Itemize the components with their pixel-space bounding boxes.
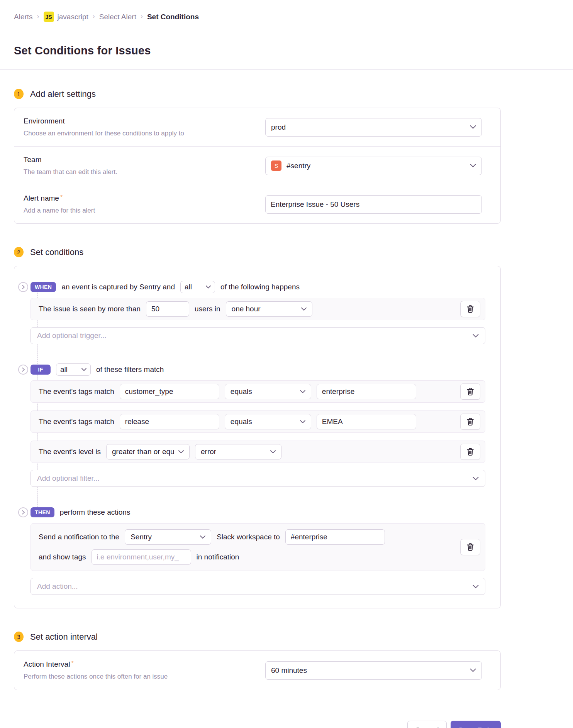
trash-icon <box>467 448 474 456</box>
delete-filter-button[interactable] <box>460 383 480 400</box>
footer-actions: Cancel Save Rule <box>14 712 501 728</box>
filter-row: The event's tags match equals <box>31 380 485 403</box>
when-section: WHEN an event is captured by Sentry and … <box>31 281 485 344</box>
when-badge: WHEN <box>31 282 56 292</box>
environment-label: Environment <box>24 117 184 125</box>
add-action-select[interactable]: Add action... <box>31 578 485 595</box>
if-match-value: all <box>60 365 68 374</box>
delete-trigger-button[interactable] <box>460 301 480 317</box>
delete-filter-button[interactable] <box>460 414 480 430</box>
section-title: Add alert settings <box>30 89 96 99</box>
if-text-after: of these filters match <box>96 365 164 374</box>
action-interval-label: Action Interval* <box>24 660 168 669</box>
add-trigger-select[interactable]: Add optional trigger... <box>31 327 485 344</box>
section-title: Set conditions <box>30 247 83 257</box>
breadcrumb-select-alert[interactable]: Select Alert <box>99 13 136 21</box>
chevron-down-icon <box>473 334 479 338</box>
filter-row: The event's level is greater than or equ… <box>31 441 485 463</box>
breadcrumb-set-conditions: Set Conditions <box>147 13 199 21</box>
step-1-badge: 1 <box>14 89 24 99</box>
javascript-platform-icon: JS <box>44 12 54 22</box>
action-interval-select[interactable]: 60 minutes <box>265 661 482 680</box>
breadcrumb-alerts[interactable]: Alerts <box>14 13 33 21</box>
save-rule-button[interactable]: Save Rule <box>451 721 501 728</box>
team-avatar: S <box>271 160 281 171</box>
level-operator-value: greater than or equ <box>112 448 175 456</box>
tag-value-input[interactable] <box>317 414 416 429</box>
team-row: Team The team that can edit this alert. … <box>14 147 500 185</box>
operator-select[interactable]: equals <box>225 384 311 399</box>
channel-input[interactable] <box>285 529 385 545</box>
required-marker: * <box>71 660 73 667</box>
tag-value-input[interactable] <box>317 384 416 399</box>
if-header: IF all of these filters match <box>31 363 485 376</box>
when-header: WHEN an event is captured by Sentry and … <box>31 281 485 293</box>
environment-row: Environment Choose an environment for th… <box>14 108 500 147</box>
breadcrumb-project-label: javascript <box>58 13 88 21</box>
when-match-select[interactable]: all <box>180 281 215 293</box>
section-title: Set action interval <box>30 632 98 642</box>
alert-name-input[interactable] <box>265 195 482 214</box>
workspace-value: Sentry <box>131 533 152 541</box>
level-operator-select[interactable]: greater than or equ <box>106 444 190 459</box>
delete-action-button[interactable] <box>460 539 480 555</box>
chevron-down-icon <box>206 285 211 289</box>
chevron-down-icon <box>200 535 205 539</box>
header-divider <box>0 69 573 70</box>
add-filter-select[interactable]: Add optional filter... <box>31 470 485 487</box>
when-rule-row: The issue is seen by more than users in … <box>31 298 485 320</box>
trash-icon <box>467 388 474 395</box>
level-value-select[interactable]: error <box>195 444 281 459</box>
expand-chevron-icon[interactable] <box>18 507 28 517</box>
if-match-select[interactable]: all <box>56 363 91 376</box>
conditions-panel: WHEN an event is captured by Sentry and … <box>14 266 501 608</box>
step-3-badge: 3 <box>14 632 24 642</box>
section-set-action-interval: 3 Set action interval <box>14 632 501 642</box>
if-section: IF all of these filters match The event'… <box>31 363 485 487</box>
expand-chevron-icon[interactable] <box>18 282 28 292</box>
page-title: Set Conditions for Issues <box>14 44 573 57</box>
environment-select-value: prod <box>271 123 286 132</box>
alert-name-label: Alert name* <box>24 194 95 203</box>
chevron-down-icon <box>81 368 86 371</box>
operator-select[interactable]: equals <box>225 414 311 429</box>
chevron-down-icon <box>178 450 184 453</box>
interval-select[interactable]: one hour <box>226 301 312 317</box>
then-section: THEN perform these actions Send a notifi… <box>31 506 485 595</box>
trash-icon <box>467 305 474 313</box>
trash-icon <box>467 543 474 551</box>
delete-filter-button[interactable] <box>460 444 480 460</box>
rule-text: users in <box>195 305 220 313</box>
environment-description: Choose an environment for these conditio… <box>24 130 184 137</box>
cancel-button[interactable]: Cancel <box>407 721 447 728</box>
tag-key-input[interactable] <box>120 414 219 429</box>
section-add-alert-settings: 1 Add alert settings <box>14 89 501 99</box>
chevron-down-icon <box>270 450 276 453</box>
when-text-after: of the following happens <box>220 283 300 291</box>
environment-select[interactable]: prod <box>265 118 482 137</box>
action-interval-value: 60 minutes <box>271 666 307 675</box>
alert-name-row: Alert name* Add a name for this alert <box>14 185 500 223</box>
user-count-input[interactable] <box>146 301 189 317</box>
filter-row: The event's tags match equals <box>31 410 485 433</box>
tags-input[interactable] <box>92 549 191 565</box>
chevron-down-icon <box>473 477 479 480</box>
if-badge: IF <box>31 365 51 375</box>
tag-key-input[interactable] <box>120 384 219 399</box>
action-interval-row: Action Interval* Perform these actions o… <box>14 651 500 690</box>
filter-text: The event's tags match <box>39 387 114 396</box>
action-text: and show tags <box>39 553 86 561</box>
interval-value: one hour <box>232 305 261 313</box>
workspace-select[interactable]: Sentry <box>125 529 211 545</box>
add-action-placeholder: Add action... <box>37 582 78 591</box>
action-text: in notification <box>197 553 239 561</box>
team-select[interactable]: S #sentry <box>265 157 482 175</box>
chevron-down-icon <box>470 669 476 672</box>
expand-chevron-icon[interactable] <box>18 365 28 375</box>
chevron-down-icon <box>300 420 305 423</box>
chevron-right-icon: › <box>37 12 39 20</box>
breadcrumb-project[interactable]: JS javascript <box>44 12 88 22</box>
filter-text: The event's tags match <box>39 417 114 426</box>
chevron-down-icon <box>470 164 476 167</box>
chevron-down-icon <box>301 307 307 311</box>
